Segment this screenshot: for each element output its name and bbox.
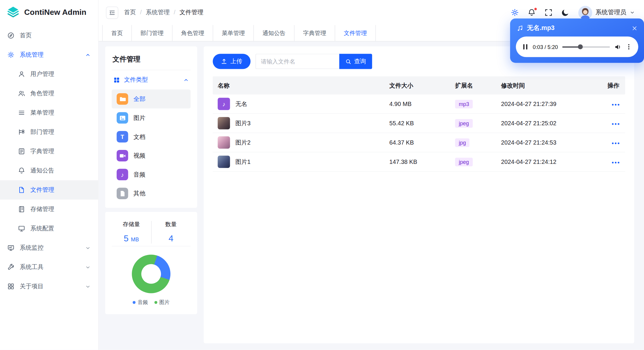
tab-menu-management[interactable]: 菜单管理 bbox=[213, 25, 254, 41]
file-type-other[interactable]: 其他 bbox=[112, 184, 191, 203]
bell-icon bbox=[18, 167, 25, 174]
file-type-list: 全部 图片 T 文档 视频 bbox=[112, 90, 191, 203]
tab-label: 菜单管理 bbox=[222, 29, 245, 37]
tab-notice[interactable]: 通知公告 bbox=[254, 25, 295, 41]
storage-icon bbox=[18, 206, 25, 213]
sidebar-item-system-management[interactable]: 系统管理 bbox=[0, 45, 98, 64]
fullscreen-icon[interactable] bbox=[545, 9, 552, 16]
search-group: 查询 bbox=[255, 54, 372, 69]
audio-player-popup: 无名.mp3 0:03 / 5:20 bbox=[510, 18, 644, 63]
seek-slider-thumb[interactable] bbox=[578, 44, 583, 49]
image-thumbnail bbox=[218, 117, 230, 129]
sidebar-item-dictionary-management[interactable]: 字典管理 bbox=[0, 142, 98, 161]
upload-icon bbox=[221, 58, 227, 64]
sidebar-item-about-project[interactable]: 关于项目 bbox=[0, 277, 98, 296]
close-icon[interactable] bbox=[632, 25, 637, 31]
sidebar: ContiNew Admin 首页 系统管理 用户管理 角色管理 bbox=[0, 0, 99, 350]
dark-mode-moon-icon[interactable] bbox=[561, 9, 569, 16]
table-row[interactable]: ♪ 无名 4.90 MB mp3 2024-04-27 21:27:39 bbox=[213, 94, 625, 114]
sidebar-item-notice[interactable]: 通知公告 bbox=[0, 161, 98, 180]
image-icon bbox=[117, 112, 128, 124]
row-actions-button[interactable] bbox=[612, 140, 619, 146]
chevron-down-icon bbox=[85, 264, 91, 270]
file-type-all[interactable]: 全部 bbox=[112, 90, 191, 109]
file-type-image[interactable]: 图片 bbox=[112, 108, 191, 127]
tab-home[interactable]: 首页 bbox=[102, 25, 132, 41]
row-actions-button[interactable] bbox=[612, 102, 619, 107]
player-title: 无名.mp3 bbox=[527, 24, 555, 32]
grid-icon bbox=[7, 283, 15, 290]
table-row[interactable]: 图片3 55.42 KB jpeg 2024-04-27 21:25:02 bbox=[213, 114, 625, 133]
table-row[interactable]: 图片1 147.38 KB jpeg 2024-04-27 21:24:12 bbox=[213, 152, 625, 172]
pause-button[interactable] bbox=[523, 44, 528, 50]
music-note-icon: ♪ bbox=[117, 169, 128, 180]
sidebar-item-label: 系统工具 bbox=[20, 263, 43, 271]
query-button[interactable]: 查询 bbox=[339, 54, 372, 69]
count-stat: 数量 4 bbox=[151, 221, 190, 243]
file-type-label: 其他 bbox=[134, 189, 145, 197]
file-type-video[interactable]: 视频 bbox=[112, 146, 191, 165]
tab-label: 角色管理 bbox=[181, 29, 204, 37]
sidebar-item-system-monitor[interactable]: 系统监控 bbox=[0, 238, 98, 257]
tab-role-management[interactable]: 角色管理 bbox=[173, 25, 213, 41]
sidebar-item-system-tools[interactable]: 系统工具 bbox=[0, 257, 98, 277]
users-icon bbox=[18, 90, 25, 97]
legend-label: 音频 bbox=[137, 299, 148, 306]
file-type-group-label: 文件类型 bbox=[124, 76, 148, 84]
file-icon bbox=[117, 188, 128, 199]
ext-badge: jpg bbox=[455, 138, 470, 147]
file-type-document[interactable]: T 文档 bbox=[112, 127, 191, 146]
app-logo[interactable]: ContiNew Admin bbox=[0, 0, 98, 25]
sidebar-item-role-management[interactable]: 角色管理 bbox=[0, 84, 98, 103]
tab-dictionary-management[interactable]: 字典管理 bbox=[295, 25, 335, 41]
file-type-audio[interactable]: ♪ 音频 bbox=[112, 165, 191, 184]
sidebar-collapse-button[interactable] bbox=[106, 6, 118, 18]
topbar-actions: 系统管理员 bbox=[511, 6, 635, 20]
menu-fold-icon bbox=[109, 9, 115, 16]
sidebar-item-menu-management[interactable]: 菜单管理 bbox=[0, 103, 98, 122]
breadcrumb-system-management[interactable]: 系统管理 bbox=[146, 9, 179, 16]
list-icon bbox=[18, 109, 25, 116]
filename-search-input[interactable] bbox=[255, 54, 339, 69]
tab-file-management[interactable]: 文件管理 bbox=[335, 25, 376, 41]
row-actions-button[interactable] bbox=[612, 160, 619, 165]
legend-item-audio[interactable]: 音频 bbox=[133, 299, 148, 306]
playback-time: 0:03 / 5:20 bbox=[533, 44, 558, 50]
sidebar-item-user-management[interactable]: 用户管理 bbox=[0, 64, 98, 84]
seek-slider[interactable] bbox=[562, 46, 610, 47]
sidebar-item-label: 菜单管理 bbox=[30, 109, 54, 117]
file-size: 55.42 KB bbox=[385, 120, 451, 126]
user-menu[interactable]: 系统管理员 bbox=[578, 6, 635, 20]
ext-badge: jpeg bbox=[455, 157, 473, 166]
upload-button[interactable]: 上传 bbox=[213, 54, 251, 69]
table-header-row: 名称 文件大小 扩展名 修改时间 操作 bbox=[213, 76, 625, 94]
breadcrumb-home[interactable]: 首页 bbox=[124, 9, 146, 16]
file-type-label: 全部 bbox=[134, 95, 145, 103]
notification-bell-icon[interactable] bbox=[528, 9, 536, 16]
row-actions-button[interactable] bbox=[612, 121, 619, 127]
sidebar-item-label: 系统配置 bbox=[30, 225, 54, 232]
tab-label: 通知公告 bbox=[262, 29, 285, 37]
document-icon: T bbox=[117, 131, 128, 142]
more-options-icon[interactable] bbox=[626, 44, 632, 50]
content-area: 文件管理 文件类型 全部 图片 bbox=[99, 42, 644, 350]
table-row[interactable]: 图片2 64.37 KB jpg 2024-04-27 21:24:53 bbox=[213, 133, 625, 152]
file-type-group-header[interactable]: 文件类型 bbox=[112, 70, 191, 90]
sidebar-item-storage-management[interactable]: 存储管理 bbox=[0, 199, 98, 219]
tab-department-management[interactable]: 部门管理 bbox=[132, 25, 173, 41]
legend-item-image[interactable]: 图片 bbox=[154, 299, 170, 306]
file-name: 图片2 bbox=[235, 139, 251, 146]
file-type-card: 文件管理 文件类型 全部 图片 bbox=[105, 46, 197, 208]
volume-icon[interactable] bbox=[614, 43, 621, 50]
sidebar-item-home[interactable]: 首页 bbox=[0, 26, 98, 45]
panel-title: 文件管理 bbox=[112, 52, 191, 70]
user-icon bbox=[18, 71, 25, 78]
sidebar-item-label: 首页 bbox=[20, 32, 31, 39]
chevron-up-icon bbox=[183, 77, 189, 83]
sidebar-item-department-management[interactable]: 部门管理 bbox=[0, 122, 98, 142]
sidebar-item-file-management[interactable]: 文件管理 bbox=[0, 180, 98, 199]
image-thumbnail bbox=[218, 156, 230, 168]
sidebar-item-label: 字典管理 bbox=[30, 148, 54, 155]
settings-gear-icon[interactable] bbox=[511, 9, 519, 16]
sidebar-item-system-config[interactable]: 系统配置 bbox=[0, 219, 98, 238]
